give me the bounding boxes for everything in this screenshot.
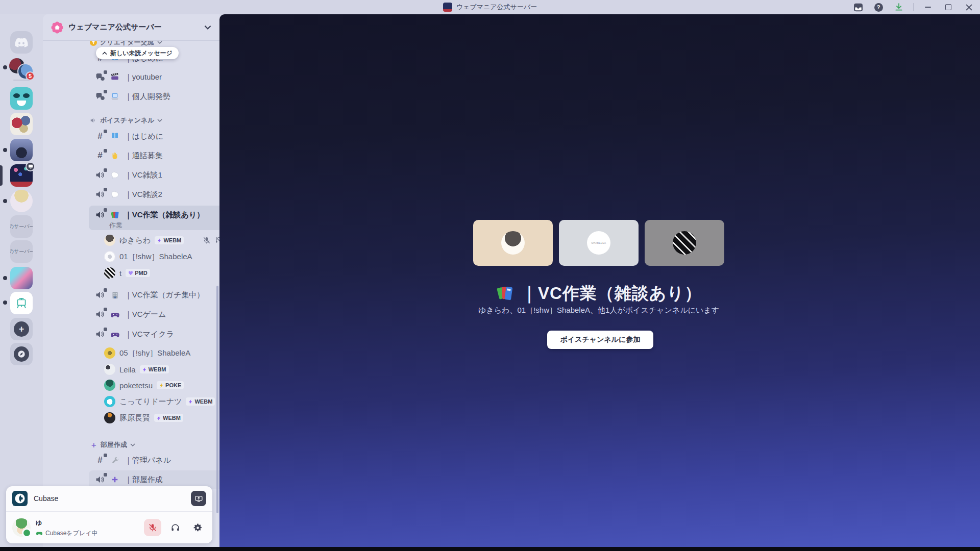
channel-name: ｜はじめに (125, 132, 163, 141)
channel-row[interactable]: ｜部屋作成 (89, 471, 219, 488)
plus-emoji-icon (110, 474, 120, 485)
channel-name: ｜個人開発勢 (125, 92, 170, 102)
channel-youtuber[interactable]: ｜youtuber (90, 69, 219, 85)
voice-member-kotteri-donut[interactable]: こってりドーナツ WEBM (104, 394, 219, 409)
inbox-button[interactable] (852, 2, 864, 13)
voice-member-05-shabelea[interactable]: 05［!shy］ShabeleA (104, 346, 219, 360)
screen-share-status-icon (26, 162, 35, 171)
inbox-icon (853, 3, 863, 12)
mic-muted-icon (148, 523, 157, 532)
heart-icon (128, 270, 133, 276)
compass-icon (14, 346, 29, 362)
stream-activity-button[interactable] (191, 491, 206, 506)
channel-name: ｜管理パネル (125, 456, 171, 465)
maximize-button[interactable] (942, 2, 954, 13)
server-item-text-1[interactable]: のサーバー (10, 215, 33, 238)
server-name: ウェブマニア公式サーバー (68, 22, 199, 32)
member-name: こってりドーナツ (119, 397, 182, 407)
activity-name: Cubase (34, 494, 185, 503)
voice-member-t[interactable]: t PMD (104, 266, 219, 280)
voice-member-leila[interactable]: Leila WEBM (104, 362, 219, 377)
channel-vc-work-focus[interactable]: ｜VC作業（ガチ集中） (90, 287, 219, 303)
help-button[interactable]: ? (872, 2, 885, 13)
server-item-webmania-selected[interactable] (10, 164, 33, 187)
voice-channel-main: SHABELEA ｜VC作業（雑談あり） ゆきらわ、01［!shw］Shabel… (219, 14, 980, 547)
minimize-button[interactable] (922, 2, 934, 13)
voice-tile-shabelea[interactable]: SHABELEA (559, 220, 639, 266)
voice-member-butahara[interactable]: 豚原長賢 WEBM (104, 411, 219, 425)
online-status-icon (22, 528, 32, 538)
mic-mute-toggle[interactable] (144, 519, 161, 536)
channel-vc-work-chat-selected[interactable]: ｜VC作業（雑談あり） 作業 (89, 206, 219, 230)
member-name: 05［!shy］ShabeleA (119, 348, 190, 358)
join-voice-channel-button[interactable]: ボイスチャンネルに参加 (547, 331, 653, 349)
channel-row[interactable]: ｜VC作業（雑談あり） (89, 207, 219, 223)
member-name: 01［!shw］ShabeleA (119, 252, 192, 262)
deafen-toggle[interactable] (166, 519, 184, 536)
new-unread-messages-pill[interactable]: 新しい未読メッセージ (96, 47, 179, 59)
close-icon (966, 4, 972, 11)
speaker-muted-icon (90, 117, 97, 124)
channel-vc-zatsudan-1[interactable]: ｜VC雑談1 (90, 167, 219, 183)
dm-conversation[interactable]: 5 (9, 58, 33, 79)
server-item-anime-girl[interactable] (10, 190, 33, 212)
server-item-anime-art[interactable] (10, 267, 33, 289)
server-item-text-2[interactable]: のサーバー (10, 240, 33, 263)
voice-channel-title: ｜VC作業（雑談あり） (521, 282, 702, 305)
raised-hand-emoji-icon (110, 151, 120, 161)
add-server-button[interactable]: + (10, 318, 33, 340)
plus-icon: ＋ (90, 440, 97, 450)
channel-vc-minecraft[interactable]: ｜VCマイクラ (90, 326, 219, 342)
server-item-photo[interactable] (10, 139, 33, 161)
rail-divider (13, 80, 30, 81)
category-room-create[interactable]: ＋ 部屋作成 (90, 439, 219, 451)
avatar (104, 396, 115, 407)
discord-logo-icon (15, 38, 28, 47)
channel-vc-zatsudan-2[interactable]: ｜VC雑談2 (90, 186, 219, 203)
titlebar[interactable]: ウェブマニア公式サーバー ? (0, 0, 980, 14)
user-avatar[interactable] (12, 518, 31, 537)
chevron-up-icon (102, 52, 107, 55)
update-download-button[interactable] (893, 2, 905, 13)
channel-admin-panel[interactable]: # ｜管理パネル (90, 452, 219, 468)
server-item-easel[interactable] (10, 292, 33, 314)
tag-badge: WEBM (186, 397, 215, 406)
server-header[interactable]: ウェブマニア公式サーバー (43, 14, 219, 41)
channel-name: ｜VC作業（ガチ集中） (125, 290, 204, 300)
forum-channel-icon (95, 72, 105, 82)
channel-sidebar: クリエイター交流 ウェブマニア公式サーバー 新しい未読メッセージ # ｜はじめに (43, 14, 219, 547)
unread-indicator (3, 300, 7, 305)
server-initial-label: のサーバー (10, 248, 33, 255)
channel-tsuwa-boshu[interactable]: # ｜通話募集 (90, 147, 219, 164)
voice-tile-t[interactable] (645, 220, 724, 266)
unread-indicator (3, 276, 7, 280)
building-emoji-icon (110, 290, 120, 300)
home-button[interactable] (10, 31, 33, 54)
bolt-icon (142, 367, 147, 372)
avatar (673, 231, 696, 255)
server-item-teal-face[interactable] (10, 87, 33, 110)
discord-window: ウェブマニア公式サーバー ? (0, 0, 980, 551)
selected-server-indicator (0, 165, 3, 186)
channel-vc-game[interactable]: ｜VCゲーム (90, 306, 219, 322)
category-label: ボイスチャンネル (100, 116, 154, 125)
close-button[interactable] (963, 2, 975, 13)
download-icon (894, 3, 903, 12)
channel-kojin-kaihatsu[interactable]: ｜個人開発勢 (90, 88, 219, 105)
user-settings-button[interactable] (189, 519, 206, 536)
user-panel: ゆ Cubaseをプレイ中 (6, 512, 212, 543)
voice-member-01-shabelea[interactable]: 01［!shw］ShabeleA (104, 249, 219, 264)
explore-servers-button[interactable] (10, 343, 33, 365)
user-info[interactable]: ゆ Cubaseをプレイ中 (36, 518, 139, 538)
sidebar-scrollbar[interactable] (216, 286, 218, 513)
voice-member-yukirawa[interactable]: ゆきらわ WEBM ライブ (104, 233, 219, 247)
category-voice-channels[interactable]: ボイスチャンネル (90, 114, 219, 127)
voice-member-poketetsu[interactable]: poketetsu POKE (104, 378, 219, 392)
cubase-logo-icon (12, 491, 28, 506)
books-emoji-icon (496, 284, 515, 303)
channel-hajimeni-voice-section[interactable]: # ｜はじめに (90, 128, 219, 144)
server-item-collage[interactable] (10, 113, 33, 135)
server-mini-icon (443, 3, 452, 12)
server-rail: 5 のサーバー のサーバー + (0, 14, 43, 547)
voice-tile-yukirawa[interactable] (473, 220, 553, 266)
